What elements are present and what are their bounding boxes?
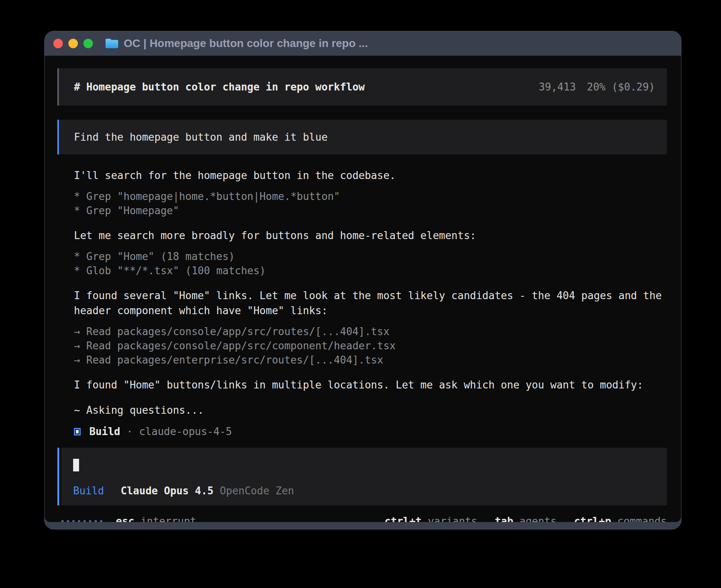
badge-separator: · (126, 426, 133, 437)
terminal-window: OC | Homepage button color change in rep… (44, 31, 681, 530)
tool-call-grep: * Grep "Homepage" (74, 204, 667, 218)
user-message: Find the homepage button and make it blu… (57, 120, 667, 155)
status-bar: esc interrupt ctrl+t variants tab agents… (57, 515, 667, 522)
agent-name: Build (89, 426, 120, 437)
tool-call-glob: * Glob "**/*.tsx" (100 matches) (74, 264, 667, 278)
tool-call-read: → Read packages/console/app/src/routes/[… (74, 324, 667, 339)
terminal-content: # Homepage button color change in repo w… (45, 56, 681, 522)
hint-agents: tab agents (495, 515, 557, 522)
model-name: Claude Opus 4.5 (121, 485, 213, 497)
spinner-dots (61, 520, 102, 522)
hint-interrupt: esc interrupt (116, 515, 196, 522)
minimize-button[interactable] (68, 39, 78, 48)
context-cost: 20% ($0.29) (587, 81, 655, 93)
agent-badge: Build · claude-opus-4-5 (74, 426, 667, 437)
assistant-paragraph: I found several "Home" links. Let me loo… (74, 288, 666, 318)
model-row: Build Claude Opus 4.5 OpenCode Zen (73, 485, 652, 497)
session-stats: 39,413 20% ($0.29) (539, 81, 655, 93)
tool-call-read: → Read packages/console/app/src/componen… (74, 339, 667, 353)
close-button[interactable] (53, 39, 63, 48)
agent-square-icon (74, 428, 81, 435)
hint-commands: ctrl+p commands (574, 515, 667, 522)
user-message-text: Find the homepage button and make it blu… (74, 131, 328, 143)
assistant-paragraph: I'll search for the homepage button in t… (74, 168, 666, 183)
token-count: 39,413 (539, 81, 576, 93)
text-cursor (73, 459, 79, 471)
session-title: # Homepage button color change in repo w… (74, 81, 365, 93)
tool-call-group: * Grep "Home" (18 matches) * Glob "**/*.… (74, 249, 667, 278)
folder-icon (105, 38, 119, 49)
assistant-paragraph: I found "Home" buttons/links in multiple… (74, 377, 666, 392)
hint-variants: ctrl+t variants (385, 515, 478, 522)
tool-call-group: → Read packages/console/app/src/routes/[… (74, 324, 667, 367)
session-header: # Homepage button color change in repo w… (57, 68, 667, 106)
tool-call-grep: * Grep "homepage|home.*button|Home.*butt… (74, 189, 667, 204)
agent-model: claude-opus-4-5 (139, 426, 232, 437)
status-line: ~ Asking questions... (74, 403, 667, 418)
tool-call-read: → Read packages/enterprise/src/routes/[.… (74, 353, 667, 367)
traffic-lights (53, 39, 93, 48)
assistant-paragraph: Let me search more broadly for buttons a… (74, 228, 666, 243)
model-provider: OpenCode Zen (220, 485, 294, 497)
mode-label: Build (73, 485, 104, 497)
title-bar: OC | Homepage button color change in rep… (45, 31, 681, 56)
prompt-input[interactable]: Build Claude Opus 4.5 OpenCode Zen (57, 448, 667, 505)
tool-call-grep: * Grep "Home" (18 matches) (74, 249, 667, 264)
window-title: OC | Homepage button color change in rep… (124, 37, 368, 50)
tool-call-group: * Grep "homepage|home.*button|Home.*butt… (74, 189, 667, 218)
zoom-button[interactable] (83, 39, 93, 48)
